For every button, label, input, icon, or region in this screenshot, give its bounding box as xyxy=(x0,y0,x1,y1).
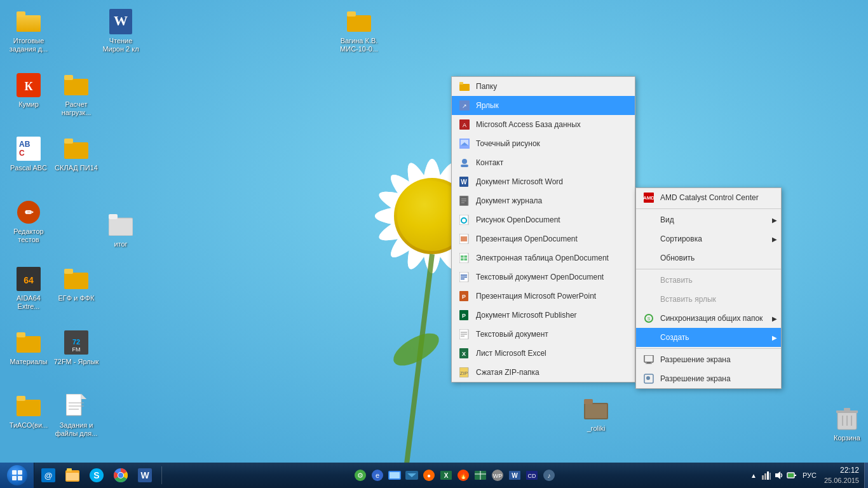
sm-create[interactable]: Создать ▶ xyxy=(636,328,781,347)
sm-amd[interactable]: AMD AMD Catalyst Control Center xyxy=(636,188,781,207)
icon-sklad[interactable]: СКЛАД ПИ14 xyxy=(51,133,102,175)
sm-screen-res[interactable]: Разрешение экрана xyxy=(636,350,781,369)
excel-icon: X xyxy=(458,347,471,360)
icon-zadaniya[interactable]: Задания и файлы для... xyxy=(51,391,102,440)
folder-icon-img xyxy=(583,396,609,422)
cm-oopresent[interactable]: Презентация OpenDocument xyxy=(452,229,635,248)
cm-excel[interactable]: X Лист Microsoft Excel xyxy=(452,344,635,363)
show-desktop-button[interactable] xyxy=(864,463,868,488)
cm-word-doc[interactable]: W Документ Microsoft Word xyxy=(452,172,635,191)
cm-ppt[interactable]: P Презентация Microsoft PowerPoint xyxy=(452,287,635,306)
sm-sort[interactable]: Сортировка ▶ xyxy=(636,229,781,248)
svg-text:✏: ✏ xyxy=(25,207,34,218)
icon-label: Материалы xyxy=(10,358,48,366)
svg-rect-66 xyxy=(844,408,850,410)
svg-text:A: A xyxy=(463,122,466,128)
cm-zip[interactable]: ZIP Сжатая ZIP-папка xyxy=(452,363,635,382)
icon-label: Вагина К.В. МИС-10-0... xyxy=(336,37,382,53)
cm-zhurnal[interactable]: Документ журнала xyxy=(452,191,635,210)
tb-system-icon3[interactable] xyxy=(387,466,402,484)
empty-icon xyxy=(642,233,655,245)
svg-rect-122 xyxy=(12,476,17,480)
icon-chtenie[interactable]: W Чтение Мирон 2 кл xyxy=(95,6,146,56)
zip-icon: ZIP xyxy=(458,366,471,379)
tl-explorer[interactable] xyxy=(61,464,84,487)
tb-system-icon11[interactable]: CD xyxy=(524,466,539,484)
icon-kumir[interactable]: К Кумир xyxy=(3,70,54,111)
tb-system-icon9[interactable]: WP xyxy=(490,466,505,484)
icon-materialy[interactable]: Материалы xyxy=(3,327,54,369)
svg-rect-121 xyxy=(18,470,22,475)
icon-korzina[interactable]: Корзина xyxy=(822,403,868,445)
icon-aida64[interactable]: 64 AIDA64 Extre... xyxy=(3,264,54,313)
cm-contact[interactable]: Контакт xyxy=(452,153,635,172)
icon-label: СКЛАД ПИ14 xyxy=(55,164,98,172)
icon-pascal[interactable]: ABC Pascal ABC xyxy=(3,133,54,175)
tb-system-icon10[interactable]: W xyxy=(507,466,522,484)
folder-icon-img xyxy=(16,393,41,419)
tb-system-icon12[interactable]: ♪ xyxy=(541,466,557,484)
icon-itog2[interactable]: итог xyxy=(95,210,146,251)
submenu-arrow: ▶ xyxy=(772,315,777,322)
tb-system-icon6[interactable]: X xyxy=(438,466,454,484)
cm-bitmap[interactable]: Точечный рисунок xyxy=(452,134,635,153)
cm-yarlyk[interactable]: ↗ Ярлык xyxy=(452,96,635,115)
svg-text:X: X xyxy=(444,472,449,479)
icon-vagina[interactable]: Вагина К.В. МИС-10-0... xyxy=(334,6,384,56)
start-button[interactable] xyxy=(0,463,34,488)
tb-system-icon5[interactable]: ● xyxy=(421,466,437,484)
sm-sync[interactable]: S Синхронизация общих папок ▶ xyxy=(636,309,781,328)
icon-label: Расчет нагрузк... xyxy=(53,100,99,117)
svg-rect-123 xyxy=(18,476,22,480)
tray-battery[interactable] xyxy=(786,470,797,481)
clock[interactable]: 22:12 25.06.2015 xyxy=(819,465,864,485)
svg-rect-40 xyxy=(109,214,118,219)
icon-egf[interactable]: ЕГФ и ФФК xyxy=(51,264,102,305)
tb-system-icon1[interactable]: ⚙ xyxy=(353,466,368,484)
cm-papku[interactable]: Папку xyxy=(452,77,635,96)
tl-word[interactable]: W xyxy=(133,464,156,487)
svg-text:e: e xyxy=(376,471,379,479)
svg-point-133 xyxy=(118,473,123,478)
separator1 xyxy=(636,208,781,209)
svg-rect-31 xyxy=(64,75,73,80)
icon-72fm[interactable]: 72FM 72FM - Ярлык xyxy=(51,327,102,369)
tray-network[interactable] xyxy=(761,470,772,481)
svg-rect-22 xyxy=(17,15,41,32)
icon-itog-zadaniya[interactable]: Итоговые задания д... xyxy=(3,6,54,56)
icon-rashod[interactable]: Расчет нагрузк... xyxy=(51,70,102,119)
svg-rect-44 xyxy=(64,269,73,274)
svg-rect-36 xyxy=(64,139,73,144)
sm-vid[interactable]: Вид ▶ xyxy=(636,210,781,229)
cm-oowriter[interactable]: Текстовый документ OpenDocument xyxy=(452,268,635,287)
access-icon: A xyxy=(458,118,471,131)
tb-system-icon4[interactable] xyxy=(404,466,419,484)
svg-text:P: P xyxy=(462,313,466,319)
sm-personal[interactable]: Разрешение экрана xyxy=(636,369,781,388)
app-icon-img: 64 xyxy=(16,266,41,292)
sm-update[interactable]: Обновить xyxy=(636,248,781,268)
tray-sound[interactable] xyxy=(773,470,785,481)
tray-expand[interactable]: ▲ xyxy=(748,470,759,481)
cm-text[interactable]: Текстовый документ xyxy=(452,325,635,344)
tb-system-icon8[interactable] xyxy=(473,466,488,484)
tl-chrome[interactable] xyxy=(109,464,132,487)
clock-date: 25.06.2015 xyxy=(824,476,859,485)
cm-oocalc[interactable]: Электронная таблица OpenDocument xyxy=(452,248,635,268)
tl-skype[interactable]: S xyxy=(85,464,108,487)
svg-text:W: W xyxy=(140,470,149,480)
cm-access[interactable]: A Microsoft Access База данных xyxy=(452,115,635,134)
cm-oodraw[interactable]: Рисунок OpenDocument xyxy=(452,210,635,229)
tb-system-icon7[interactable]: 🔥 xyxy=(456,466,471,484)
folder-icon-img xyxy=(16,330,41,355)
tl-outlook[interactable]: @ xyxy=(37,464,60,487)
tb-system-icon2[interactable]: e xyxy=(370,466,385,484)
icon-label: ТиАСО(ви... xyxy=(10,421,48,430)
language-indicator[interactable]: РУС xyxy=(800,471,819,479)
icon-redaktor[interactable]: ✏ Редактор тестов xyxy=(3,197,54,247)
icon-label: Итоговые задания д... xyxy=(6,37,51,53)
icon-roliki[interactable]: _roliki xyxy=(571,394,621,435)
cm-publisher[interactable]: P Документ Microsoft Publisher xyxy=(452,306,635,325)
ppt-icon: P xyxy=(458,290,471,302)
icon-tiaso[interactable]: ТиАСО(ви... xyxy=(3,391,54,432)
